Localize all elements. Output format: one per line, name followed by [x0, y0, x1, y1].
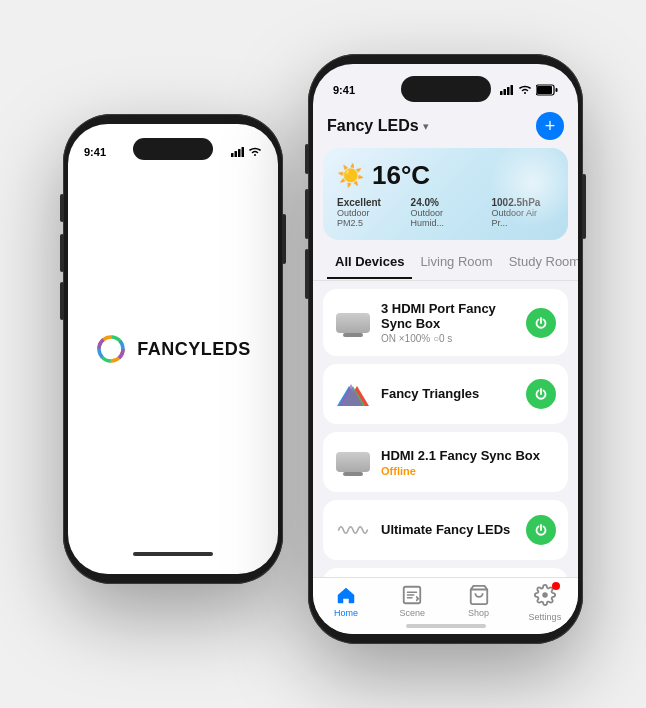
- power-icon: [534, 316, 548, 330]
- svg-rect-0: [231, 153, 234, 157]
- battery-icon: [536, 84, 558, 96]
- status-icons-left: [231, 147, 262, 157]
- tabs-row: All Devices Living Room Study Room ...: [313, 244, 578, 281]
- tab-living-room[interactable]: Living Room: [412, 254, 500, 279]
- svg-rect-15: [556, 88, 558, 92]
- power-btn-right[interactable]: [582, 174, 586, 239]
- device-list: 3 HDMI Port Fancy Sync Box ON ×100% ○0 s: [313, 281, 578, 577]
- power-toggle-ultimate[interactable]: [526, 515, 556, 545]
- nav-home[interactable]: Home: [313, 584, 379, 622]
- humidity-label: Outdoor Humid...: [411, 208, 478, 228]
- wifi-icon-left: [248, 147, 262, 157]
- pm25-label: Outdoor PM2.5: [337, 208, 397, 228]
- settings-notification-badge: [552, 582, 560, 590]
- svg-rect-1: [235, 151, 238, 157]
- device-item-hdmi21[interactable]: HDMI 2.1 Fancy Sync Box Offline: [323, 432, 568, 492]
- time-right: 9:41: [333, 84, 355, 96]
- device-icon-ultimate: [335, 512, 371, 548]
- device-item-hdmi20[interactable]: HDMI 2.0 Fancy Sync Box: [323, 568, 568, 577]
- nav-settings-label: Settings: [529, 612, 562, 622]
- device-name-ultimate: Ultimate Fancy LEDs: [381, 522, 516, 537]
- volume-up-btn[interactable]: [60, 194, 64, 222]
- device-item-hdmi3[interactable]: 3 HDMI Port Fancy Sync Box ON ×100% ○0 s: [323, 289, 568, 356]
- phone-right: 9:41: [308, 54, 583, 644]
- weather-temperature: 16°C: [372, 160, 430, 191]
- right-phone-screen: 9:41: [313, 64, 578, 634]
- device-item-triangles[interactable]: Fancy Triangles: [323, 364, 568, 424]
- svg-rect-14: [537, 86, 552, 94]
- wave-icon: [337, 520, 369, 540]
- home-icon: [335, 584, 357, 606]
- pressure-label: Outdoor Air Pr...: [491, 208, 554, 228]
- nav-shop[interactable]: Shop: [446, 584, 512, 622]
- svg-rect-3: [242, 147, 245, 157]
- svg-rect-9: [500, 91, 503, 95]
- svg-rect-2: [238, 149, 241, 157]
- device-item-ultimate[interactable]: Ultimate Fancy LEDs: [323, 500, 568, 560]
- signal-icon: [231, 147, 245, 157]
- nav-settings[interactable]: Settings: [512, 584, 578, 622]
- left-phone-screen: 9:41: [68, 124, 278, 574]
- signal-icon-right: [500, 85, 514, 95]
- power-icon-ultimate: [534, 523, 548, 537]
- nav-scene[interactable]: Scene: [379, 584, 445, 622]
- device-info-hdmi3: 3 HDMI Port Fancy Sync Box ON ×100% ○0 s: [381, 301, 516, 344]
- header-title-row: Fancy LEDs ▾: [327, 117, 429, 135]
- power-toggle-triangles[interactable]: [526, 379, 556, 409]
- add-device-button[interactable]: +: [536, 112, 564, 140]
- app-content: Fancy LEDs ▾ + ☀️ 16°C Excellen: [313, 106, 578, 634]
- volume-down-btn[interactable]: [60, 234, 64, 272]
- notch-left: [133, 138, 213, 160]
- logo-container: FANCYLEDS: [95, 333, 251, 365]
- power-icon-tri: [534, 387, 548, 401]
- tab-study-room[interactable]: Study Room: [501, 254, 578, 279]
- svg-rect-10: [504, 89, 507, 95]
- nav-scene-label: Scene: [400, 608, 426, 618]
- device-icon-triangles: [335, 376, 371, 412]
- device-icon-hdmi3: [335, 305, 371, 341]
- phone-left: 9:41: [63, 114, 283, 584]
- header-title: Fancy LEDs: [327, 117, 419, 135]
- svg-rect-11: [507, 87, 510, 95]
- logo-ring-icon: [95, 333, 127, 365]
- weather-stats: Excellent Outdoor PM2.5 24.0% Outdoor Hu…: [337, 197, 554, 228]
- power-btn-left[interactable]: [282, 214, 286, 264]
- dynamic-island: [401, 76, 491, 102]
- weather-humidity: 24.0% Outdoor Humid...: [411, 197, 478, 228]
- wifi-icon-right: [518, 85, 532, 95]
- volume-down-right[interactable]: [305, 249, 309, 299]
- tab-all-devices[interactable]: All Devices: [327, 254, 412, 279]
- scene-icon: [401, 584, 423, 606]
- pressure-value: 1002.5hPa: [491, 197, 554, 208]
- syncbox-icon: [336, 313, 370, 333]
- volume-up-right[interactable]: [305, 189, 309, 239]
- mute-switch[interactable]: [305, 144, 309, 174]
- logo-text: FANCYLEDS: [137, 339, 251, 360]
- device-icon-hdmi21: [335, 444, 371, 480]
- humidity-value: 24.0%: [411, 197, 478, 208]
- svg-rect-12: [511, 85, 514, 95]
- time-left: 9:41: [84, 146, 106, 158]
- sun-icon: ☀️: [337, 163, 364, 189]
- device-name-triangles: Fancy Triangles: [381, 386, 516, 401]
- triangles-icon: [337, 378, 369, 410]
- syncbox-icon-21: [336, 452, 370, 472]
- mute-btn[interactable]: [60, 282, 64, 320]
- device-info-ultimate: Ultimate Fancy LEDs: [381, 522, 516, 539]
- settings-badge-container: [534, 584, 556, 610]
- status-icons-right: [500, 84, 558, 96]
- device-name-hdmi21: HDMI 2.1 Fancy Sync Box: [381, 448, 556, 463]
- device-status-hdmi3: ON ×100% ○0 s: [381, 333, 516, 344]
- app-header: Fancy LEDs ▾ +: [313, 106, 578, 144]
- device-info-triangles: Fancy Triangles: [381, 386, 516, 403]
- home-indicator-left: [133, 552, 213, 556]
- pm25-value: Excellent: [337, 197, 397, 208]
- chevron-down-icon: ▾: [423, 120, 429, 133]
- device-name-hdmi3: 3 HDMI Port Fancy Sync Box: [381, 301, 516, 331]
- device-info-hdmi21: HDMI 2.1 Fancy Sync Box Offline: [381, 448, 556, 477]
- device-offline-status: Offline: [381, 465, 556, 477]
- nav-home-label: Home: [334, 608, 358, 618]
- nav-shop-label: Shop: [468, 608, 489, 618]
- power-toggle-hdmi3[interactable]: [526, 308, 556, 338]
- weather-pm25: Excellent Outdoor PM2.5: [337, 197, 397, 228]
